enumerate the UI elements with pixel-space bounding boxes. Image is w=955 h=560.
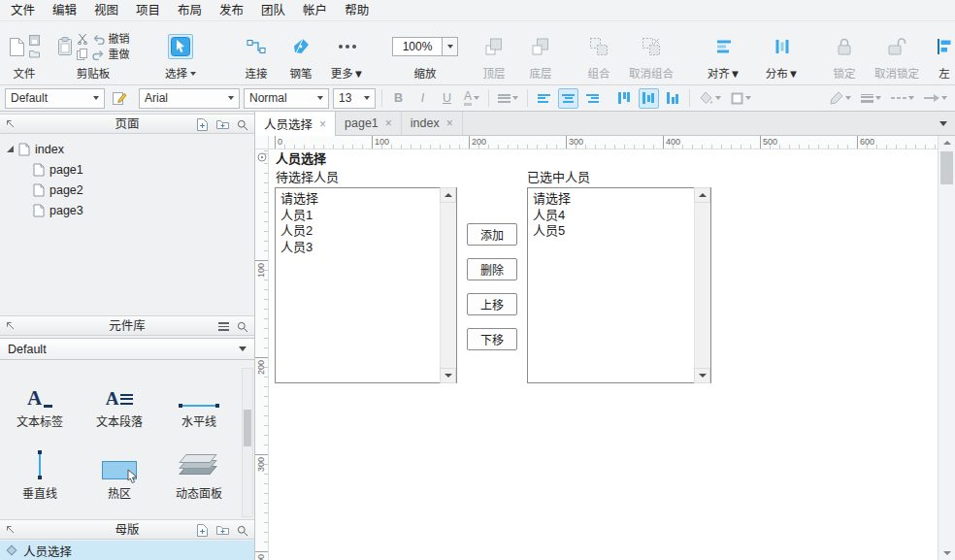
ungroup-button[interactable]: 取消组合 [621,25,681,82]
select-tool[interactable]: 选择 [153,25,208,82]
available-people-listbox[interactable]: 请选择 人员1 人员2 人员3 [275,187,457,383]
widget-vertical-line[interactable]: 垂直线 [0,440,80,504]
bring-to-front-button[interactable]: 顶层 [472,25,516,82]
align-text-left-button[interactable] [534,88,554,109]
selected-people-listbox[interactable]: 请选择 人员4 人员5 [527,187,711,383]
more-tools[interactable]: 更多▼ [324,25,371,82]
cut-icon[interactable] [77,33,88,45]
left-list-label-widget[interactable]: 待选择人员 [276,170,339,185]
scrollbar-thumb[interactable] [244,410,251,446]
align-button[interactable]: 对齐▼ [699,25,749,82]
move-up-button[interactable]: 上移 [467,293,517,315]
widget-dynamic-panel[interactable]: 动态面板 [159,440,239,504]
widget-text-label[interactable]: A 文本标签 [0,368,80,432]
redo-button[interactable]: 重做 [92,49,130,61]
menu-view[interactable]: 视图 [85,0,127,21]
border-color-button[interactable] [728,88,754,109]
menu-file[interactable]: 文件 [2,0,44,21]
list-option[interactable]: 人员5 [533,223,689,240]
widget-hotspot[interactable]: 热区 [80,440,159,504]
scroll-up-button[interactable] [694,187,710,203]
search-masters-icon[interactable] [237,525,248,537]
page-tree-item-page3[interactable]: page3 [0,200,254,220]
scrollbar-thumb[interactable] [940,151,953,184]
tab-master-renxuanze[interactable]: 人员选择 × [255,112,336,136]
pen-tool[interactable]: 钢笔 [280,25,322,82]
valign-top-button[interactable] [614,88,635,109]
scroll-down-button[interactable] [694,368,710,383]
menu-team[interactable]: 团队 [252,0,294,21]
add-folder-icon[interactable] [216,119,229,130]
add-page-icon[interactable] [197,118,209,131]
search-widgets-icon[interactable] [237,321,248,333]
zoom-dropdown-button[interactable] [443,37,458,56]
scroll-up-button[interactable] [440,187,456,203]
list-option[interactable]: 人员1 [280,208,435,224]
move-down-button[interactable]: 下移 [467,328,517,350]
list-option[interactable]: 人员3 [280,240,435,256]
line-color-button[interactable] [827,88,854,109]
list-option[interactable]: 请选择 [533,191,689,208]
style-preset-select[interactable]: Default [5,88,105,109]
font-size-select[interactable]: 13 [333,88,376,109]
line-width-button[interactable] [858,88,884,109]
lock-button[interactable]: 锁定 [823,25,866,82]
valign-middle-button[interactable] [639,88,659,109]
align-text-right-button[interactable] [582,88,603,109]
line-style-button[interactable] [888,88,917,109]
undo-button[interactable]: 撤销 [92,33,130,46]
search-pages-icon[interactable] [237,119,248,131]
underline-button[interactable]: U [437,88,457,109]
widget-text-paragraph[interactable]: A 文本段落 [80,368,159,432]
menu-project[interactable]: 项目 [127,0,169,21]
font-family-select[interactable]: Arial [139,88,240,109]
tab-list-dropdown-icon[interactable] [939,121,947,126]
menu-layout[interactable]: 布局 [169,0,211,21]
canvas-title-widget[interactable]: 人员选择 [276,151,326,167]
font-style-select[interactable]: Normal [244,88,329,109]
scroll-down-button[interactable] [939,546,955,560]
clipboard-tools[interactable]: 撤销 重做 剪贴板 [47,25,140,82]
scroll-up-button[interactable] [939,136,955,149]
menu-publish[interactable]: 发布 [211,0,252,21]
expand-caret-icon[interactable] [7,146,14,152]
menu-edit[interactable]: 编辑 [44,0,85,21]
add-button[interactable]: 添加 [467,223,517,246]
arrow-style-button[interactable] [921,88,950,109]
file-tools[interactable]: 文件 [2,25,47,82]
page-tree-item-page2[interactable]: page2 [0,180,254,200]
text-color-button[interactable]: A [461,88,482,109]
close-tab-icon[interactable]: × [385,117,392,129]
page-tree-item-index[interactable]: index [0,139,254,159]
master-item-selected[interactable]: 人员选择 [0,541,254,560]
tab-index[interactable]: index × [402,112,463,135]
edit-style-icon[interactable] [109,88,129,109]
scroll-down-button[interactable] [440,368,456,383]
widget-menu-icon[interactable] [218,322,229,331]
list-option[interactable]: 人员4 [533,208,689,224]
add-folder-icon[interactable] [216,525,229,536]
delete-button[interactable]: 删除 [467,258,517,280]
valign-bottom-button[interactable] [663,88,683,109]
copy-icon[interactable] [77,49,88,60]
widget-library-select[interactable]: Default [0,338,254,360]
align-text-center-button[interactable] [558,88,578,109]
menu-help[interactable]: 帮助 [336,0,378,21]
bold-button[interactable]: B [388,88,409,109]
tab-page1[interactable]: page1 × [336,112,402,135]
unlock-button[interactable]: 取消锁定 [866,25,928,82]
widget-horizontal-line[interactable]: 水平线 [159,368,239,432]
close-tab-icon[interactable]: × [319,118,326,130]
page-tree-item-page1[interactable]: page1 [0,159,254,180]
bullet-list-button[interactable] [495,88,521,109]
list-option[interactable]: 人员2 [280,223,435,240]
send-to-back-button[interactable]: 底层 [518,25,563,82]
connect-tool[interactable]: 连接 [235,25,278,82]
close-tab-icon[interactable]: × [446,117,453,129]
fill-color-button[interactable] [696,88,724,109]
design-canvas[interactable]: 人员选择 待选择人员 请选择 人员1 人员2 人员3 已选中人员 请选择 人员4… [269,149,938,560]
list-option[interactable]: 请选择 [280,191,435,208]
zoom-value[interactable]: 100% [392,37,443,56]
add-master-icon[interactable] [197,524,209,537]
menu-account[interactable]: 帐户 [294,0,336,21]
